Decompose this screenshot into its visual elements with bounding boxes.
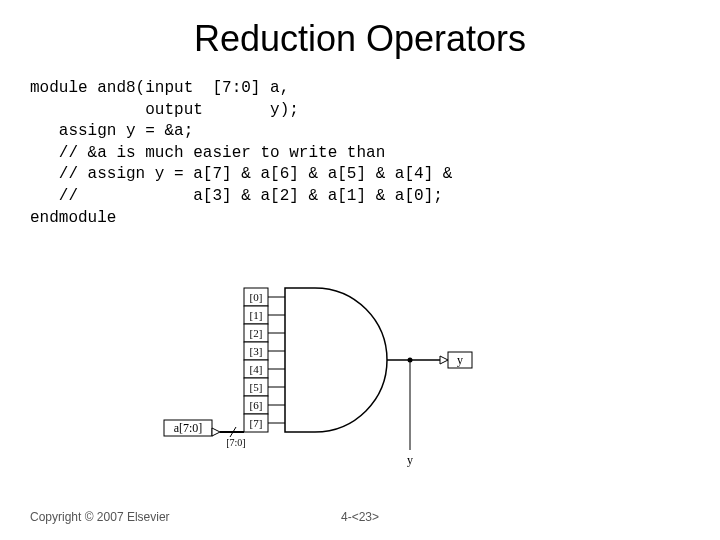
svg-text:[5]: [5] [250, 381, 263, 393]
bus-range: [7:0] [226, 437, 245, 448]
bit-column: [0] [1] [2] [3] [4] [5] [6] [7] [244, 288, 268, 432]
svg-text:[1]: [1] [250, 309, 263, 321]
code-line: // a[3] & a[2] & a[1] & a[0]; [30, 187, 443, 205]
code-line: module and8(input [7:0] a, [30, 79, 289, 97]
reduction-and-diagram: a[7:0] [7:0] [0] [1] [2] [3] [4] [5] [6]… [160, 284, 490, 469]
and-gate-icon [285, 288, 387, 432]
bus-input-label: a[7:0] [174, 421, 203, 435]
svg-text:[3]: [3] [250, 345, 263, 357]
svg-text:[0]: [0] [250, 291, 263, 303]
code-line: // assign y = a[7] & a[6] & a[5] & a[4] … [30, 165, 452, 183]
code-line: endmodule [30, 209, 116, 227]
svg-text:[2]: [2] [250, 327, 263, 339]
code-line: assign y = &a; [30, 122, 193, 140]
page-title: Reduction Operators [0, 18, 720, 60]
svg-text:[4]: [4] [250, 363, 263, 375]
output-label: y [457, 353, 463, 367]
svg-text:[7]: [7] [250, 417, 263, 429]
code-line: // &a is much easier to write than [30, 144, 385, 162]
page-number: 4-<23> [0, 510, 720, 524]
wire-label: y [407, 453, 413, 467]
code-line: output y); [30, 101, 299, 119]
verilog-code: module and8(input [7:0] a, output y); as… [30, 78, 720, 229]
svg-text:[6]: [6] [250, 399, 263, 411]
